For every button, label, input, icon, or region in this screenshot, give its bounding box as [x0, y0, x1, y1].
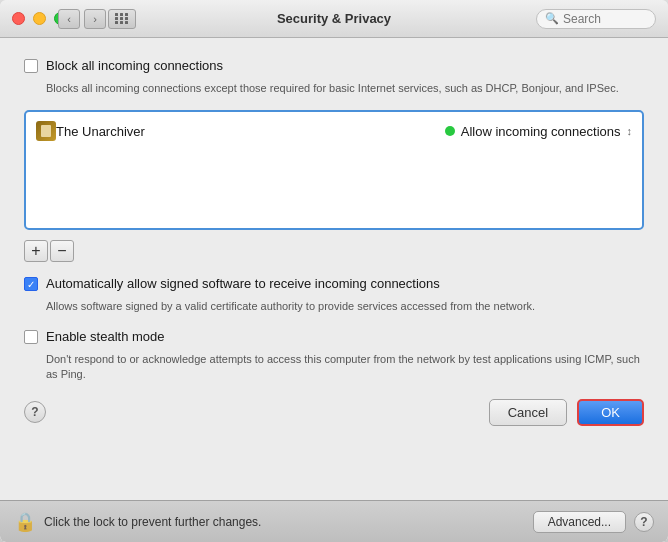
table-row[interactable]: The Unarchiver Allow incoming connection…: [30, 116, 638, 146]
main-content: Block all incoming connections Blocks al…: [0, 38, 668, 500]
cancel-button[interactable]: Cancel: [489, 399, 567, 426]
block-connections-description: Blocks all incoming connections except t…: [46, 81, 644, 96]
titlebar: ‹ › Security & Privacy 🔍: [0, 0, 668, 38]
stealth-mode-label: Enable stealth mode: [46, 329, 165, 344]
advanced-button[interactable]: Advanced...: [533, 511, 626, 533]
search-input[interactable]: [563, 12, 643, 26]
lock-icon[interactable]: 🔒: [14, 511, 36, 533]
search-box[interactable]: 🔍: [536, 9, 656, 29]
preferences-window: ‹ › Security & Privacy 🔍 Block all incom…: [0, 0, 668, 542]
bottom-right-controls: Advanced... ?: [533, 511, 654, 533]
ok-button[interactable]: OK: [577, 399, 644, 426]
grid-view-button[interactable]: [108, 9, 136, 29]
stealth-mode-checkbox[interactable]: [24, 330, 38, 344]
search-icon: 🔍: [545, 12, 559, 25]
lock-area: 🔒 Click the lock to prevent further chan…: [14, 511, 525, 533]
block-connections-checkbox[interactable]: [24, 59, 38, 73]
lock-text: Click the lock to prevent further change…: [44, 515, 261, 529]
auto-allow-checkbox[interactable]: [24, 277, 38, 291]
action-buttons-row: ? Cancel OK: [24, 399, 644, 426]
back-button[interactable]: ‹: [58, 9, 80, 29]
close-button[interactable]: [12, 12, 25, 25]
auto-allow-label: Automatically allow signed software to r…: [46, 276, 440, 291]
app-list-box: The Unarchiver Allow incoming connection…: [24, 110, 644, 230]
navigation-arrows: ‹ ›: [58, 9, 106, 29]
add-app-button[interactable]: +: [24, 240, 48, 262]
stealth-mode-description: Don't respond to or acknowledge attempts…: [46, 352, 644, 383]
block-connections-row: Block all incoming connections: [24, 58, 644, 73]
auto-allow-row: Automatically allow signed software to r…: [24, 276, 644, 291]
help-button[interactable]: ?: [24, 401, 46, 423]
minimize-button[interactable]: [33, 12, 46, 25]
app-name: The Unarchiver: [56, 124, 445, 139]
status-dropdown-arrow[interactable]: ↕: [627, 125, 633, 137]
app-icon: [36, 121, 56, 141]
window-title: Security & Privacy: [277, 11, 391, 26]
status-dot-green: [445, 126, 455, 136]
action-buttons-right: Cancel OK: [489, 399, 644, 426]
connection-status-label: Allow incoming connections: [461, 124, 621, 139]
help-question-button[interactable]: ?: [634, 512, 654, 532]
remove-app-button[interactable]: −: [50, 240, 74, 262]
bottom-bar: 🔒 Click the lock to prevent further chan…: [0, 500, 668, 542]
stealth-mode-row: Enable stealth mode: [24, 329, 644, 344]
grid-icon: [115, 13, 129, 24]
block-connections-label: Block all incoming connections: [46, 58, 223, 73]
auto-allow-description: Allows software signed by a valid certif…: [46, 299, 644, 314]
add-remove-buttons: + −: [24, 240, 644, 262]
forward-button[interactable]: ›: [84, 9, 106, 29]
